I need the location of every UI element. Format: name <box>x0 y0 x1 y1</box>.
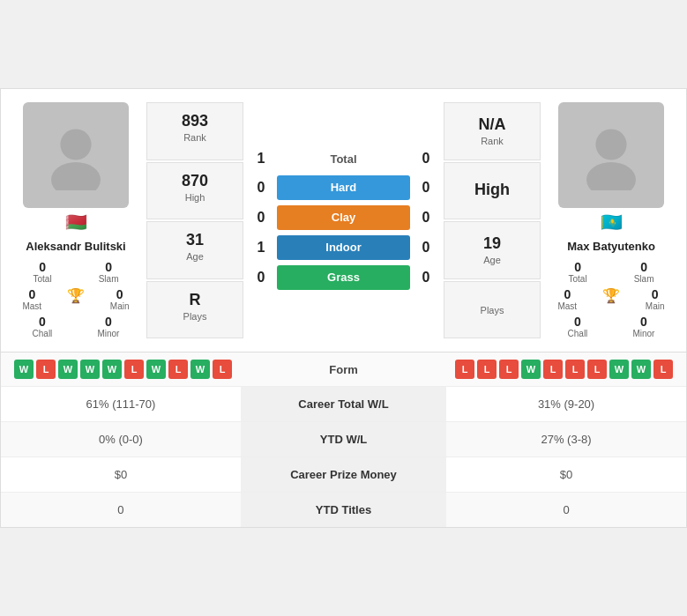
stat-p2-value: 27% (3-8) <box>446 422 686 457</box>
player2-plays-box: Plays <box>444 281 541 339</box>
player1-stat-row-2: 0 Mast 🏆 0 Main <box>10 287 142 311</box>
stat-label: YTD W/L <box>241 422 446 457</box>
grass-row: 0 Grass 0 <box>252 265 435 290</box>
player2-trophy-icon: 🏆 <box>602 287 620 311</box>
grass-btn[interactable]: Grass <box>277 265 410 290</box>
stat-p2-value: 0 <box>446 493 686 528</box>
form-pill-l: L <box>168 360 188 379</box>
player2-right-stats: N/A Rank High 19 Age Plays <box>444 102 541 338</box>
player2-stat-row-3: 0 Chall 0 Minor <box>545 315 677 338</box>
stats-row: 61% (111-70) Career Total W/L 31% (9-20) <box>1 387 686 422</box>
form-pill-w: W <box>609 360 629 379</box>
form-section: WLWWWLWLWL Form LLLWLLLWWL <box>1 352 686 386</box>
player1-total: 0 Total <box>34 260 52 284</box>
form-pill-w: W <box>146 360 166 379</box>
player2-flag: 🇰🇿 <box>601 212 623 233</box>
form-pill-l: L <box>543 360 563 379</box>
stat-p1-value: 61% (111-70) <box>1 387 241 422</box>
player2-main: 0 Main <box>646 287 665 311</box>
form-label: Form <box>300 363 388 376</box>
form-pill-w: W <box>58 360 78 379</box>
player1-card: 🇧🇾 Aleksandr Bulitski 0 Total 0 Slam 0 <box>10 102 142 338</box>
clay-btn[interactable]: Clay <box>277 205 410 230</box>
form-pill-l: L <box>587 360 607 379</box>
player2-stat-row-2: 0 Mast 🏆 0 Main <box>545 287 677 311</box>
player1-chall: 0 Chall <box>33 315 53 338</box>
svg-point-2 <box>595 129 626 160</box>
stat-p1-value: 0 <box>1 493 241 528</box>
stats-row: 0 YTD Titles 0 <box>1 493 686 528</box>
hard-row: 0 Hard 0 <box>252 175 435 200</box>
player1-minor: 0 Minor <box>97 315 119 338</box>
stat-p2-value: 31% (9-20) <box>446 387 686 422</box>
clay-row: 0 Clay 0 <box>252 205 435 230</box>
indoor-row: 1 Indoor 0 <box>252 235 435 260</box>
player2-total: 0 Total <box>569 260 587 284</box>
indoor-btn[interactable]: Indoor <box>277 235 410 260</box>
player1-form: WLWWWLWLWL <box>14 360 300 379</box>
form-pill-l: L <box>499 360 519 379</box>
player1-age-box: 31 Age <box>146 221 243 279</box>
player1-stat-row-1: 0 Total 0 Slam <box>10 260 142 284</box>
center-courts: 1 Total 0 0 Hard 0 0 Clay 0 1 Indoor 0 0 <box>248 102 439 338</box>
svg-point-0 <box>60 129 91 160</box>
player1-middle-stats: 893 Rank 870 High 31 Age R Plays <box>146 102 243 338</box>
player2-rank-box: N/A Rank <box>444 102 541 160</box>
player1-mast: 0 Mast <box>22 287 41 311</box>
stat-p2-value: $0 <box>446 457 686 493</box>
form-pill-l: L <box>455 360 474 379</box>
form-pill-w: W <box>190 360 210 379</box>
stats-table: 61% (111-70) Career Total W/L 31% (9-20)… <box>1 386 686 527</box>
stat-p1-value: $0 <box>1 457 241 493</box>
player2-avatar <box>558 102 664 208</box>
player1-main: 0 Main <box>110 287 130 311</box>
form-pill-l: L <box>213 360 232 379</box>
form-pill-l: L <box>565 360 585 379</box>
form-pill-w: W <box>521 360 541 379</box>
form-pill-l: L <box>124 360 144 379</box>
stat-label: YTD Titles <box>241 493 446 528</box>
player1-avatar <box>23 102 129 208</box>
player1-stats: 0 Total 0 Slam 0 Mast 🏆 <box>10 260 142 338</box>
player1-trophy-icon: 🏆 <box>67 287 85 311</box>
hard-btn[interactable]: Hard <box>277 175 410 200</box>
player2-age-box: 19 Age <box>444 221 541 279</box>
player1-slam: 0 Slam <box>99 260 119 284</box>
player2-stat-row-1: 0 Total 0 Slam <box>545 260 677 284</box>
form-pill-w: W <box>14 360 34 379</box>
player2-high-box: High <box>444 162 541 220</box>
player2-mast: 0 Mast <box>557 287 577 311</box>
svg-point-3 <box>586 162 636 190</box>
player1-flag: 🇧🇾 <box>65 212 87 233</box>
stat-p1-value: 0% (0-0) <box>1 422 241 457</box>
stats-row: 0% (0-0) YTD W/L 27% (3-8) <box>1 422 686 457</box>
form-pill-w: W <box>631 360 651 379</box>
player2-chall: 0 Chall <box>568 315 588 338</box>
form-pill-l: L <box>477 360 497 379</box>
player2-card: 🇰🇿 Max Batyutenko 0 Total 0 Slam 0 <box>545 102 677 338</box>
total-row: 1 Total 0 <box>252 151 435 167</box>
stats-row: $0 Career Prize Money $0 <box>1 457 686 493</box>
player1-rank-box: 893 Rank <box>146 102 243 160</box>
player2-name: Max Batyutenko <box>567 240 655 253</box>
player2-form: LLLWLLLWWL <box>388 360 674 379</box>
player2-minor: 0 Minor <box>632 315 654 338</box>
player1-stat-row-3: 0 Chall 0 Minor <box>10 315 142 338</box>
form-pill-l: L <box>36 360 56 379</box>
player1-plays-box: R Plays <box>146 281 243 339</box>
form-pill-l: L <box>653 360 673 379</box>
form-pill-w: W <box>102 360 122 379</box>
stat-label: Career Total W/L <box>241 387 446 422</box>
top-section: 🇧🇾 Aleksandr Bulitski 0 Total 0 Slam 0 <box>1 89 686 352</box>
stat-label: Career Prize Money <box>241 457 446 493</box>
form-pill-w: W <box>80 360 100 379</box>
svg-point-1 <box>51 162 101 190</box>
player1-name: Aleksandr Bulitski <box>26 240 125 253</box>
player2-slam: 0 Slam <box>634 260 654 284</box>
player1-high-box: 870 High <box>146 162 243 220</box>
player2-stats: 0 Total 0 Slam 0 Mast 🏆 <box>545 260 677 338</box>
main-container: 🇧🇾 Aleksandr Bulitski 0 Total 0 Slam 0 <box>0 88 687 528</box>
